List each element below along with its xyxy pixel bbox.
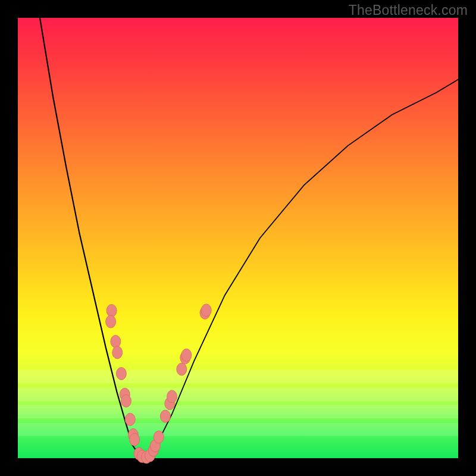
- data-marker: [154, 431, 164, 443]
- data-marker: [130, 433, 140, 446]
- data-marker: [167, 390, 177, 403]
- data-marker: [112, 346, 123, 359]
- outer-frame: TheBottleneck.com: [0, 0, 476, 476]
- data-marker: [111, 335, 121, 347]
- data-marker: [125, 413, 135, 425]
- plot-area: [18, 18, 458, 458]
- curve-right: [143, 80, 458, 458]
- data-marker: [106, 315, 116, 328]
- data-markers: [106, 304, 212, 464]
- data-marker: [177, 363, 187, 375]
- data-marker: [181, 349, 192, 361]
- data-marker: [201, 304, 211, 317]
- data-marker: [160, 410, 170, 422]
- data-marker: [116, 367, 126, 380]
- watermark-text: TheBottleneck.com: [349, 2, 468, 18]
- data-marker: [107, 305, 117, 317]
- data-marker: [121, 394, 131, 407]
- chart-svg: [18, 18, 458, 458]
